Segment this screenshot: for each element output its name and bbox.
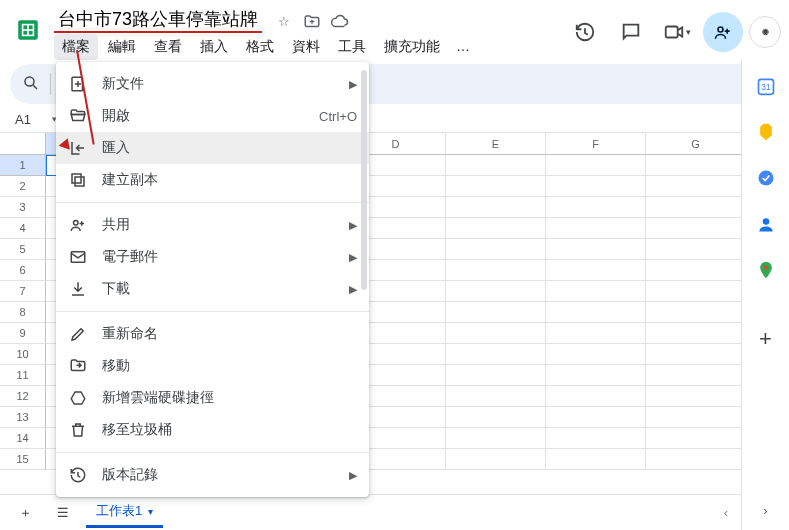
row-header[interactable]: 10 [0,344,46,365]
hide-side-panel-icon[interactable]: › [763,503,767,518]
row-header[interactable]: 2 [0,176,46,197]
cell[interactable] [546,365,646,386]
cell[interactable] [646,176,746,197]
menu-scrollbar[interactable] [361,70,367,489]
cell[interactable] [446,302,546,323]
maps-icon[interactable] [756,260,776,280]
menu-item-import[interactable]: 匯入 [56,132,369,164]
cell[interactable] [646,407,746,428]
cell[interactable] [546,197,646,218]
row-header[interactable]: 5 [0,239,46,260]
cell[interactable] [446,386,546,407]
cell[interactable] [446,260,546,281]
add-sheet-button[interactable]: ＋ [10,498,40,528]
search-menus-icon[interactable] [22,74,40,95]
cell[interactable] [646,344,746,365]
menu-item-open[interactable]: 開啟Ctrl+O [56,100,369,132]
row-header[interactable]: 15 [0,449,46,470]
menu-view[interactable]: 查看 [146,34,190,60]
calendar-icon[interactable]: 31 [756,76,776,96]
cell[interactable] [446,155,546,176]
keep-icon[interactable] [756,122,776,142]
row-header[interactable]: 13 [0,407,46,428]
menu-item-history[interactable]: 版本記錄▶ [56,459,369,491]
meet-icon[interactable]: ▾ [657,12,697,52]
cell[interactable] [446,428,546,449]
cell[interactable] [446,281,546,302]
cell[interactable] [446,449,546,470]
star-icon[interactable]: ☆ [274,12,294,32]
menu-more[interactable]: … [450,34,476,60]
cell[interactable] [446,365,546,386]
menu-insert[interactable]: 插入 [192,34,236,60]
menu-edit[interactable]: 編輯 [100,34,144,60]
row-header[interactable]: 6 [0,260,46,281]
comments-icon[interactable] [611,12,651,52]
account-avatar[interactable]: ◉ [749,16,781,48]
explore-icon[interactable]: ‹ [711,494,741,530]
doc-title[interactable]: 台中市73路公車停靠站牌 [54,6,262,32]
cell[interactable] [546,386,646,407]
menu-data[interactable]: 資料 [284,34,328,60]
row-header[interactable]: 14 [0,428,46,449]
row-header[interactable]: 12 [0,386,46,407]
menu-item-trash[interactable]: 移至垃圾桶 [56,414,369,446]
row-header[interactable]: 11 [0,365,46,386]
cell[interactable] [646,281,746,302]
cell[interactable] [546,218,646,239]
cell[interactable] [646,239,746,260]
cell[interactable] [446,176,546,197]
cell[interactable] [546,449,646,470]
cell[interactable] [546,155,646,176]
cloud-status-icon[interactable] [330,12,350,32]
col-header-F[interactable]: F [546,133,646,154]
menu-tools[interactable]: 工具 [330,34,374,60]
name-box[interactable]: A1 [10,108,56,130]
row-header[interactable]: 4 [0,218,46,239]
menu-format[interactable]: 格式 [238,34,282,60]
contacts-icon[interactable] [756,214,776,234]
menu-item-drive-shortcut[interactable]: 新增雲端硬碟捷徑 [56,382,369,414]
tasks-icon[interactable] [756,168,776,188]
sheets-logo[interactable] [8,10,48,50]
menu-item-copy[interactable]: 建立副本 [56,164,369,196]
cell[interactable] [446,239,546,260]
get-addons-icon[interactable]: + [759,326,772,352]
menu-item-move[interactable]: 移動 [56,350,369,382]
cell[interactable] [446,323,546,344]
menu-item-rename[interactable]: 重新命名 [56,318,369,350]
menu-file[interactable]: 檔案 [54,34,98,60]
cell[interactable] [646,260,746,281]
cell[interactable] [446,197,546,218]
row-header[interactable]: 7 [0,281,46,302]
share-button[interactable] [703,12,743,52]
cell[interactable] [646,449,746,470]
col-header-G[interactable]: G [646,133,746,154]
cell[interactable] [646,302,746,323]
menu-item-new-doc[interactable]: 新文件▶ [56,68,369,100]
cell[interactable] [646,428,746,449]
cell[interactable] [646,218,746,239]
cell[interactable] [546,239,646,260]
all-sheets-button[interactable]: ☰ [48,498,78,528]
cell[interactable] [546,302,646,323]
cell[interactable] [646,323,746,344]
cell[interactable] [546,323,646,344]
cell[interactable] [546,260,646,281]
cell[interactable] [546,407,646,428]
cell[interactable] [646,197,746,218]
menu-extensions[interactable]: 擴充功能 [376,34,448,60]
version-history-icon[interactable] [565,12,605,52]
cell[interactable] [646,365,746,386]
menu-item-email[interactable]: 電子郵件▶ [56,241,369,273]
cell[interactable] [446,407,546,428]
menu-item-download[interactable]: 下載▶ [56,273,369,305]
cell[interactable] [446,344,546,365]
cell[interactable] [546,428,646,449]
cell[interactable] [546,344,646,365]
move-to-folder-icon[interactable] [302,12,322,32]
row-header[interactable]: 3 [0,197,46,218]
row-header[interactable]: 1 [0,155,46,176]
cell[interactable] [646,155,746,176]
col-header-E[interactable]: E [446,133,546,154]
